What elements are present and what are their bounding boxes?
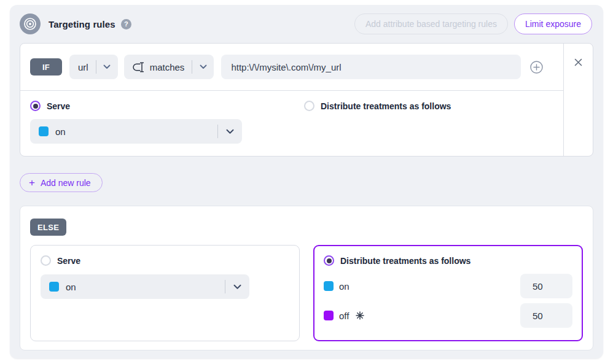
else-distribute-radio-option[interactable]: Distribute treatments as follows xyxy=(324,255,572,266)
attribute-select[interactable]: url xyxy=(69,55,118,79)
rule-treatment-select[interactable]: on xyxy=(30,119,242,144)
chevron-down-icon xyxy=(217,125,242,138)
rule-serve-options: Serve Distribute treatments as follows xyxy=(30,101,553,111)
rule-condition-row: IF url xyxy=(20,44,563,91)
treatment-on-swatch xyxy=(49,282,59,292)
else-serve-card: Serve on xyxy=(30,245,300,341)
header-actions: Add attribute based targeting rules Limi… xyxy=(354,14,592,34)
matcher-value-input[interactable] xyxy=(221,55,521,79)
limit-exposure-button[interactable]: Limit exposure xyxy=(514,14,592,34)
else-badge: ELSE xyxy=(30,219,66,236)
plus-icon: + xyxy=(29,177,35,188)
radio-unselected-icon xyxy=(304,101,314,111)
attribute-select-value: url xyxy=(69,62,96,72)
else-treatment-select[interactable]: on xyxy=(41,274,249,299)
string-matcher-icon xyxy=(133,62,146,72)
delete-rule-icon[interactable] xyxy=(572,56,585,68)
else-section-card: ELSE Serve on xyxy=(20,206,593,350)
treatment-name: on xyxy=(339,281,349,292)
else-serve-label: Serve xyxy=(57,256,80,266)
radio-selected-icon xyxy=(30,101,41,111)
targeting-rules-panel: Targeting rules ? Add attribute based ta… xyxy=(10,5,603,358)
target-icon xyxy=(20,14,41,34)
treatment-name: off xyxy=(339,311,349,321)
page-title: Targeting rules xyxy=(49,19,115,29)
else-distribute-label: Distribute treatments as follows xyxy=(340,256,470,266)
serve-radio-option[interactable]: Serve xyxy=(30,101,304,111)
targeting-rules-page: Targeting rules ? Add attribute based ta… xyxy=(0,0,613,364)
distribute-label: Distribute treatments as follows xyxy=(321,101,451,111)
rule-treatment-value: on xyxy=(55,126,66,137)
treatment-off-swatch xyxy=(324,311,334,320)
treatment-row: on xyxy=(324,274,572,298)
add-new-rule-button[interactable]: + Add new rule xyxy=(20,173,103,192)
rule-side-actions xyxy=(564,44,593,156)
radio-selected-icon xyxy=(324,255,334,266)
treatment-on-swatch xyxy=(324,281,334,291)
radio-unselected-icon xyxy=(41,255,51,266)
rule-main: IF url xyxy=(20,44,564,156)
add-new-rule-label: Add new rule xyxy=(41,178,91,188)
matcher-select[interactable]: matches xyxy=(124,55,214,79)
treatment-percent-input[interactable] xyxy=(520,303,572,328)
panel-header: Targeting rules ? Add attribute based ta… xyxy=(10,5,603,43)
chevron-down-icon xyxy=(225,280,249,293)
serve-label: Serve xyxy=(47,101,70,111)
else-columns: Serve on xyxy=(30,245,583,341)
chevron-down-icon xyxy=(192,60,214,74)
else-serve-radio-option[interactable]: Serve xyxy=(41,255,289,266)
add-value-icon[interactable] xyxy=(529,60,544,74)
add-attribute-rules-button[interactable]: Add attribute based targeting rules xyxy=(354,14,508,34)
treatment-percent-input[interactable] xyxy=(520,274,572,298)
if-badge: IF xyxy=(30,58,62,76)
targeting-rule-card: IF url xyxy=(20,43,593,157)
help-icon[interactable]: ? xyxy=(121,19,131,29)
else-distribute-card: Distribute treatments as follows on off xyxy=(313,245,583,341)
treatment-row: off xyxy=(324,303,572,328)
chevron-down-icon xyxy=(96,60,118,74)
treatment-on-swatch xyxy=(39,126,49,136)
else-treatment-value: on xyxy=(66,282,76,292)
matcher-select-value: matches xyxy=(150,62,185,72)
distribute-radio-option[interactable]: Distribute treatments as follows xyxy=(304,101,451,111)
default-treatment-icon xyxy=(356,311,364,320)
